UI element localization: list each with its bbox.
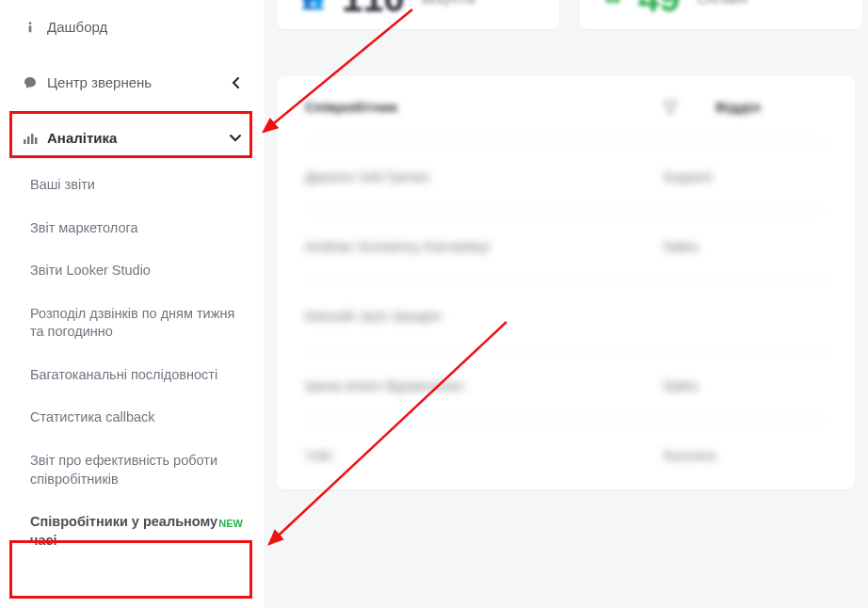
sidebar: Дашборд Центр звернень Аналітика Ваші зв… bbox=[0, 0, 264, 608]
svg-rect-2 bbox=[24, 139, 26, 144]
cell-name: Andrian Screamzy Karvatskyi bbox=[305, 238, 663, 254]
table-row[interactable]: Ірина Artem Вдовиченко Sales bbox=[305, 350, 827, 420]
stat-value: 49 bbox=[638, 0, 681, 20]
cell-dept: Success bbox=[663, 447, 716, 463]
svg-point-0 bbox=[29, 22, 32, 24]
stat-value: 110 bbox=[342, 0, 405, 20]
sidebar-item-label: Дашборд bbox=[47, 19, 107, 35]
sidebar-sub-label: Звіт про ефективність роботи співробітни… bbox=[30, 453, 217, 487]
svg-rect-5 bbox=[35, 137, 38, 144]
chat-icon bbox=[23, 75, 38, 90]
chevron-down-icon bbox=[230, 134, 241, 143]
stat-label: Онлайн bbox=[698, 0, 748, 7]
sidebar-sub-label: Багатоканальні послідовності bbox=[30, 367, 217, 382]
sidebar-sub-calls-dist[interactable]: Розподіл дзвінків по дням тижня та погод… bbox=[0, 296, 264, 351]
sidebar-sub-callback[interactable]: Статистика callback bbox=[0, 399, 264, 437]
chevron-left-icon bbox=[232, 77, 241, 88]
table-row[interactable]: Данило Volt Гречко Support bbox=[305, 141, 827, 211]
table-row[interactable]: Євгеній Jack Захарін bbox=[305, 280, 827, 350]
sidebar-item-analytics[interactable]: Аналітика bbox=[0, 119, 264, 157]
sidebar-sub-label: Співробітники у реальному часі bbox=[30, 514, 217, 548]
stat-card-accounts: 👥 110 акаунтів bbox=[277, 0, 559, 29]
svg-rect-4 bbox=[31, 134, 34, 144]
table-row[interactable]: Yuki Success bbox=[305, 420, 827, 467]
sidebar-sub-label: Ваші звіти bbox=[30, 177, 95, 192]
sidebar-item-label: Аналітика bbox=[47, 130, 117, 146]
cell-name: Данило Volt Гречко bbox=[305, 168, 663, 184]
cell-dept: Sales bbox=[663, 238, 699, 254]
info-icon bbox=[23, 21, 38, 34]
table-header: Співробітник Відділ bbox=[305, 99, 827, 141]
new-badge: NEW bbox=[218, 517, 243, 531]
sidebar-sub-efficiency[interactable]: Звіт про ефективність роботи співробітни… bbox=[0, 442, 264, 498]
sidebar-item-contact-center[interactable]: Центр звернень bbox=[0, 63, 264, 102]
sidebar-sub-marketer[interactable]: Звіт маркетолога bbox=[0, 210, 264, 248]
sidebar-item-dashboard[interactable]: Дашборд bbox=[0, 8, 264, 46]
filter-icon[interactable] bbox=[663, 100, 678, 115]
employees-table: Співробітник Відділ Данило Volt Гречко S… bbox=[277, 76, 855, 489]
col-dept[interactable]: Відділ bbox=[715, 99, 761, 115]
stat-card-online: ☘ 49 Онлайн bbox=[580, 0, 862, 29]
users-icon: 👥 bbox=[301, 0, 325, 10]
sidebar-sub-looker[interactable]: Звіти Looker Studio bbox=[0, 252, 264, 290]
sidebar-sub-label: Звіт маркетолога bbox=[30, 220, 138, 235]
sidebar-item-label: Центр звернень bbox=[47, 74, 152, 90]
col-employee[interactable]: Співробітник bbox=[305, 99, 663, 115]
table-row[interactable]: Andrian Screamzy Karvatskyi Sales bbox=[305, 211, 827, 280]
cell-dept: Sales bbox=[663, 377, 699, 393]
cell-name: Ірина Artem Вдовиченко bbox=[305, 377, 663, 393]
stat-cards-row: 👥 110 акаунтів ☘ 49 Онлайн bbox=[277, 0, 855, 57]
bar-chart-icon bbox=[23, 131, 38, 146]
online-icon: ☘ bbox=[604, 0, 621, 10]
cell-name: Євгеній Jack Захарін bbox=[305, 308, 663, 324]
sidebar-sub-multichannel[interactable]: Багатоканальні послідовності bbox=[0, 357, 264, 394]
sidebar-sub-label: Розподіл дзвінків по дням тижня та погод… bbox=[30, 306, 234, 340]
svg-rect-1 bbox=[29, 25, 32, 32]
sidebar-sub-realtime-employees[interactable]: Співробітники у реальному часі NEW bbox=[0, 504, 264, 559]
sidebar-sub-label: Статистика callback bbox=[30, 409, 155, 424]
cell-dept: Support bbox=[663, 168, 713, 184]
main-content: 👥 110 акаунтів ☘ 49 Онлайн Співробітник … bbox=[264, 0, 868, 608]
cell-name: Yuki bbox=[305, 447, 663, 463]
sidebar-sub-label: Звіти Looker Studio bbox=[30, 263, 151, 278]
sidebar-sub-your-reports[interactable]: Ваші звіти bbox=[0, 167, 264, 204]
svg-rect-3 bbox=[27, 136, 30, 144]
stat-label: акаунтів bbox=[422, 0, 475, 7]
